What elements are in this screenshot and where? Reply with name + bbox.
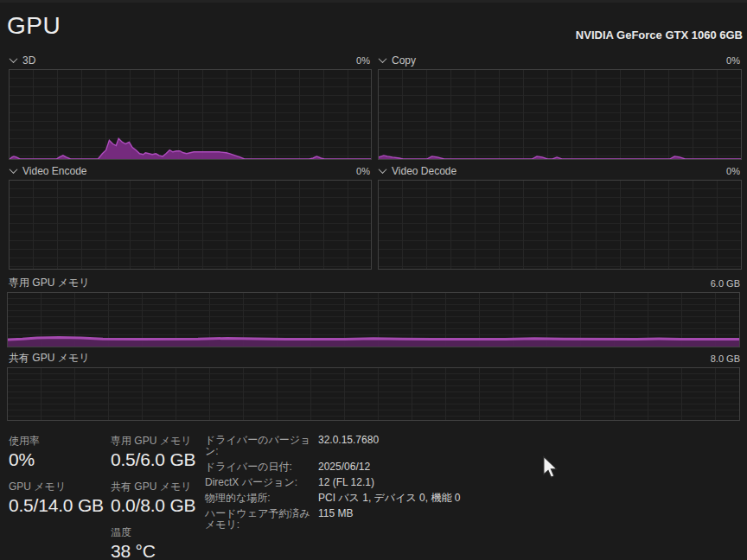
stats-column-2: 専用 GPU メモリ 0.5/6.0 GB 共有 GPU メモリ 0.0/8.0… [111, 434, 205, 560]
driver-info: ドライバーのバージョン:32.0.15.7680ドライバーの日付:2025/06… [205, 435, 460, 531]
utilization-label: 使用率 [9, 434, 111, 449]
chart-title-video-decode[interactable]: Video Decode [380, 165, 456, 177]
driver-info-row: ハードウェア予約済みメモリ:115 MB [205, 508, 460, 531]
dedicated-memory-value: 0.5/6.0 GB [111, 449, 205, 470]
driver-info-label: ハードウェア予約済みメモリ: [205, 508, 318, 531]
chart-copy[interactable] [378, 69, 742, 160]
dedicated-memory-title: 専用 GPU メモリ [9, 276, 90, 290]
gpu-memory-label: GPU メモリ [9, 480, 111, 494]
chart-video-encode-percent: 0% [356, 166, 370, 176]
chevron-down-icon [379, 165, 387, 174]
chart-title-video-encode[interactable]: Video Encode [10, 165, 87, 177]
driver-info-value: 12 (FL 12.1) [318, 477, 374, 488]
driver-info-value: PCI バス 1, デバイス 0, 機能 0 [318, 493, 460, 504]
driver-info-label: ドライバーのバージョン: [205, 435, 318, 457]
driver-info-value: 32.0.15.7680 [318, 435, 379, 457]
chart-title-3d-label: 3D [22, 54, 35, 67]
shared-memory-title: 共有 GPU メモリ [9, 351, 90, 366]
chart-header-video-decode: Video Decode 0% [380, 164, 740, 177]
shared-memory-max: 8.0 GB [711, 353, 740, 364]
chart-3d[interactable] [9, 69, 372, 160]
chart-title-copy[interactable]: Copy [380, 54, 416, 67]
driver-info-value: 2025/06/12 [318, 461, 370, 473]
chart-title-3d[interactable]: 3D [10, 54, 35, 67]
driver-info-row: DirectX バージョン:12 (FL 12.1) [205, 477, 460, 488]
stats-panel: 使用率 0% GPU メモリ 0.5/14.0 GB 専用 GPU メモリ 0.… [9, 434, 205, 560]
chart-title-video-decode-label: Video Decode [392, 165, 456, 177]
driver-info-label: ドライバーの日付: [205, 461, 318, 473]
chart-dedicated-memory[interactable] [7, 292, 740, 347]
chart-video-encode[interactable] [9, 180, 372, 270]
chart-copy-percent: 0% [726, 55, 740, 66]
shared-memory-label: 共有 GPU メモリ [111, 480, 205, 494]
page-title: GPU [7, 12, 61, 40]
dedicated-memory-max: 6.0 GB [711, 278, 740, 289]
temperature-value: 38 °C [111, 541, 205, 560]
shared-memory-value: 0.0/8.0 GB [111, 495, 205, 516]
copy-series [379, 70, 741, 159]
driver-info-label: DirectX バージョン: [205, 477, 318, 488]
shared-memory-header: 共有 GPU メモリ 8.0 GB [9, 352, 740, 365]
chevron-down-icon [10, 54, 18, 63]
driver-info-value: 115 MB [318, 508, 353, 531]
chart-header-copy: Copy 0% [380, 54, 740, 67]
chart-3d-percent: 0% [356, 55, 370, 66]
chart-title-video-encode-label: Video Encode [22, 165, 87, 177]
chart-video-decode-percent: 0% [726, 166, 740, 176]
driver-info-row: 物理的な場所:PCI バス 1, デバイス 0, 機能 0 [205, 493, 460, 504]
dedicated-memory-header: 専用 GPU メモリ 6.0 GB [9, 277, 740, 290]
chart-header-3d: 3D 0% [10, 54, 370, 67]
chart-title-copy-label: Copy [392, 54, 416, 67]
driver-info-row: ドライバーの日付:2025/06/12 [205, 461, 460, 473]
chart-shared-memory[interactable] [7, 367, 740, 421]
window-top-edge [0, 0, 747, 3]
stats-column-1: 使用率 0% GPU メモリ 0.5/14.0 GB [9, 434, 111, 560]
chevron-down-icon [10, 165, 18, 174]
chevron-down-icon [379, 54, 387, 63]
gpu-device-name: NVIDIA GeForce GTX 1060 6GB [576, 29, 743, 41]
task-manager-gpu-page: { "header": { "title": "GPU", "device_na… [0, 0, 747, 560]
utilization-value: 0% [9, 449, 111, 470]
d3-series [10, 70, 371, 159]
temperature-label: 温度 [111, 525, 205, 540]
gpu-memory-value: 0.5/14.0 GB [9, 495, 111, 516]
driver-info-row: ドライバーのバージョン:32.0.15.7680 [205, 435, 460, 457]
chart-video-decode[interactable] [378, 180, 742, 270]
mouse-cursor [542, 455, 558, 479]
dedicated_memory-series [8, 293, 739, 347]
dedicated-memory-label: 専用 GPU メモリ [111, 434, 205, 449]
chart-header-video-encode: Video Encode 0% [10, 164, 370, 177]
driver-info-label: 物理的な場所: [205, 493, 318, 504]
